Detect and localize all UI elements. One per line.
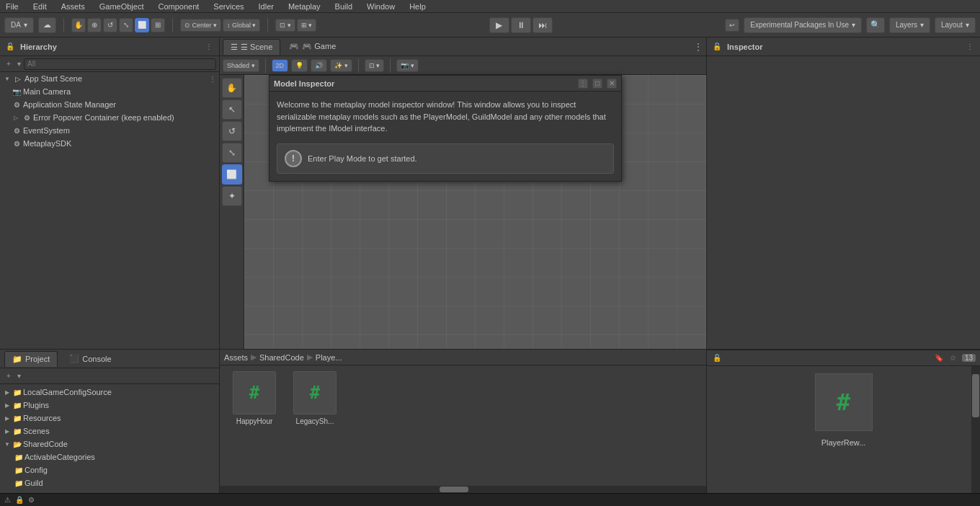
folder-config[interactable]: 📁 Config <box>0 463 219 476</box>
inspector-lock-icon[interactable]: 🔓 <box>711 41 723 53</box>
hierarchy-search-input[interactable] <box>24 58 216 70</box>
folder-local-game-config[interactable]: ▶ 📁 LocalGameConfigSource <box>0 386 219 399</box>
model-inspector-close-icon[interactable]: ✕ <box>607 79 617 89</box>
hierarchy-more-icon[interactable]: ⋮ <box>203 41 215 53</box>
da-dropdown-button[interactable]: DA ▾ <box>4 17 34 33</box>
arrow-scene-tool[interactable]: ↖ <box>222 99 242 120</box>
hierarchy-header: 🔓 Hierarchy ⋮ <box>0 37 219 56</box>
extra-scene-tool[interactable]: ✦ <box>222 186 242 206</box>
inspector-header: 🔓 Inspector ⋮ <box>707 37 980 56</box>
inspector-bottom-panel: 🔓 🔖 ☆ 13 # PlayerRew... <box>706 350 980 493</box>
gizmos-button[interactable]: ⊡ ▾ <box>365 59 385 72</box>
menu-edit[interactable]: Edit <box>30 2 50 11</box>
inspector-badge: 13 <box>962 354 976 362</box>
experimental-label: Experimental Packages In Use <box>750 21 849 29</box>
camera-settings-button[interactable]: 📷 ▾ <box>396 59 419 72</box>
layout-chevron-icon: ▾ <box>966 21 969 29</box>
undo-button[interactable]: ↩ <box>725 19 739 32</box>
menu-gameobject[interactable]: GameObject <box>97 2 147 11</box>
asset-label-happy-hour: HappyHour <box>236 417 273 425</box>
2d-mode-button[interactable]: 2D <box>272 59 289 72</box>
tab-project[interactable]: 📁 Project <box>4 351 58 367</box>
hierarchy-item-event-system[interactable]: ⚙ EventSystem <box>0 124 219 137</box>
hierarchy-label-app-start-scene: App Start Scene <box>24 74 82 83</box>
hierarchy-lock-icon[interactable]: 🔓 <box>4 41 16 53</box>
tab-more-icon[interactable]: ⋮ <box>693 41 703 53</box>
resize-scene-tool[interactable]: ⤡ <box>222 143 242 163</box>
inspector-star-icon[interactable]: ☆ <box>948 352 959 364</box>
menu-file[interactable]: File <box>3 2 22 11</box>
experimental-packages-button[interactable]: Experimental Packages In Use ▾ <box>744 17 862 33</box>
inspector-scrollbar-v[interactable] <box>971 366 980 493</box>
folder-guild[interactable]: 📁 Guild <box>0 476 219 489</box>
hierarchy-add-icon[interactable]: + <box>3 58 14 70</box>
hierarchy-item-error-popover[interactable]: ▷ ⚙ Error Popover Container (keep enable… <box>0 111 219 124</box>
breadcrumb-playe[interactable]: Playe... <box>316 353 342 362</box>
inspector-more-icon[interactable]: ⋮ <box>964 41 976 53</box>
layers-dropdown-button[interactable]: Layers ▾ <box>889 17 930 33</box>
lighting-button[interactable]: 💡 <box>291 59 308 72</box>
model-inspector-maximize-icon[interactable]: □ <box>592 79 602 89</box>
rotate-tool-button[interactable]: ↺ <box>103 18 117 32</box>
audio-button[interactable]: 🔊 <box>311 59 327 72</box>
play-button[interactable]: ▶ <box>489 17 509 33</box>
menu-window[interactable]: Window <box>364 2 398 11</box>
menu-build[interactable]: Build <box>332 2 355 11</box>
transform-tool-button[interactable]: ⊞ <box>151 18 165 32</box>
scene-left-toolbar: ✋ ↖ ↺ ⤡ ⬜ ✦ <box>220 75 244 349</box>
rect-tool-button[interactable]: ⬜ <box>135 18 149 32</box>
breadcrumb-assets[interactable]: Assets <box>224 353 248 362</box>
asset-item-legacy-sh[interactable]: # LegacySh... <box>286 371 344 425</box>
inspector-bottom-lock-icon[interactable]: 🔓 <box>711 352 723 364</box>
folder-resources[interactable]: ▶ 📁 Resources <box>0 412 219 425</box>
move-tool-button[interactable]: ⊕ <box>87 18 102 32</box>
hierarchy-item-main-camera[interactable]: 📷 Main Camera <box>0 85 219 98</box>
scale-tool-button[interactable]: ⤡ <box>119 18 133 32</box>
scene-grid-area[interactable]: Model Inspector ⋮ □ ✕ Welcome to the met… <box>244 75 706 349</box>
hierarchy-label-error-popover: Error Popover Container (keep enabled) <box>33 113 174 122</box>
folder-icon-1: 📁 <box>13 389 22 396</box>
project-add-icon[interactable]: + <box>3 370 14 382</box>
hand-scene-tool[interactable]: ✋ <box>222 78 242 98</box>
tab-scene[interactable]: ☰ ☰ Scene <box>223 39 280 55</box>
transform-tools: ✋ ⊕ ↺ ⤡ ⬜ ⊞ <box>71 18 165 32</box>
menu-services[interactable]: Services <box>210 2 246 11</box>
step-button[interactable]: ⏭ <box>533 17 553 33</box>
hand-tool-button[interactable]: ✋ <box>71 18 86 32</box>
model-inspector-menu-icon[interactable]: ⋮ <box>578 79 588 89</box>
menu-assets[interactable]: Assets <box>58 2 88 11</box>
status-icon-3: ⚙ <box>28 496 35 504</box>
asset-item-happy-hour[interactable]: # HappyHour <box>226 371 283 425</box>
folder-icon-6: 📁 <box>14 453 23 461</box>
breadcrumb-shared-code[interactable]: SharedCode <box>259 353 304 362</box>
assets-scrollbar-h[interactable] <box>220 486 706 493</box>
folder-scenes[interactable]: ▶ 📁 Scenes <box>0 425 219 438</box>
global-button[interactable]: ↕ Global ▾ <box>223 19 261 32</box>
inspector-bookmark-icon[interactable]: 🔖 <box>933 352 945 364</box>
menu-metaplay[interactable]: Metaplay <box>285 2 324 11</box>
shading-mode-button[interactable]: Shaded ▾ <box>223 59 259 72</box>
menu-idler[interactable]: Idler <box>256 2 277 11</box>
hierarchy-label-metaplay-sdk: MetaplaySDK <box>23 139 71 148</box>
hierarchy-kebab-icon[interactable]: ⋮ <box>209 75 216 83</box>
menu-component[interactable]: Component <box>155 2 202 11</box>
tab-game[interactable]: 🎮 🎮 Game <box>282 39 343 55</box>
pause-button[interactable]: ⏸ <box>511 17 531 33</box>
fx-button[interactable]: ✨ ▾ <box>330 59 352 72</box>
hierarchy-item-app-start-scene[interactable]: ▼ ▷ App Start Scene ⋮ <box>0 72 219 85</box>
folder-plugins[interactable]: ▶ 📁 Plugins <box>0 399 219 412</box>
hierarchy-item-app-state-manager[interactable]: ⚙ Application State Manager <box>0 98 219 111</box>
folder-shared-code[interactable]: ▼ 📂 SharedCode <box>0 438 219 450</box>
search-button[interactable]: 🔍 <box>866 17 885 33</box>
rotate-scene-tool[interactable]: ↺ <box>222 121 242 141</box>
pivot-button[interactable]: ⊙ Center ▾ <box>180 19 221 32</box>
cloud-button[interactable]: ☁ <box>38 17 56 33</box>
grid-button[interactable]: ⊞ ▾ <box>297 19 317 32</box>
rect-scene-tool[interactable]: ⬜ <box>222 164 242 185</box>
layout-dropdown-button[interactable]: Layout ▾ <box>935 17 976 33</box>
menu-help[interactable]: Help <box>406 2 429 11</box>
folder-activable-categories[interactable]: 📁 ActivableCategories <box>0 450 219 463</box>
tab-console[interactable]: ⬛ Console <box>62 351 118 367</box>
hierarchy-item-metaplay-sdk[interactable]: ⚙ MetaplaySDK <box>0 137 219 150</box>
snap-button[interactable]: ⊡ ▾ <box>275 19 295 32</box>
